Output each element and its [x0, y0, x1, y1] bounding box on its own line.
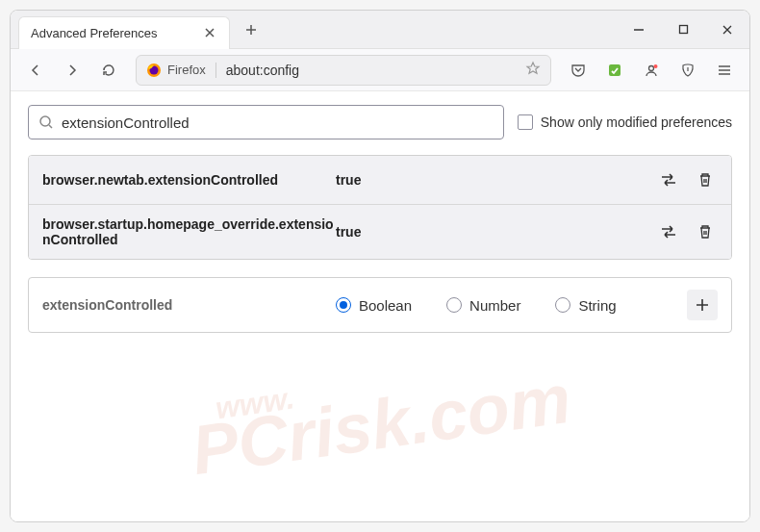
delete-button[interactable]	[693, 219, 718, 244]
pref-name: browser.startup.homepage_override.extens…	[42, 216, 336, 247]
window-controls	[617, 11, 749, 49]
toolbar: Firefox about:config	[11, 49, 749, 91]
svg-rect-0	[679, 26, 687, 34]
extension-icon[interactable]	[599, 55, 630, 86]
svg-point-4	[649, 65, 654, 70]
search-icon	[38, 114, 54, 130]
radio-icon	[555, 297, 570, 313]
firefox-icon	[146, 63, 162, 78]
radio-string[interactable]: String	[555, 297, 616, 314]
checkbox-icon	[518, 114, 533, 130]
toggle-button[interactable]	[656, 167, 681, 192]
new-pref-name: extensionControlled	[42, 297, 336, 313]
urlbar[interactable]: Firefox about:config	[136, 55, 551, 86]
identity-box[interactable]: Firefox	[146, 63, 216, 78]
bookmark-star-icon[interactable]	[525, 61, 541, 80]
shield-icon[interactable]	[672, 55, 703, 86]
account-icon[interactable]	[636, 55, 667, 86]
titlebar: Advanced Preferences	[11, 11, 749, 49]
browser-window: Advanced Preferences Firefox about:confi…	[10, 10, 750, 522]
pocket-icon[interactable]	[563, 55, 594, 86]
new-preference-row: extensionControlled Boolean Number Strin…	[28, 277, 732, 333]
close-tab-icon[interactable]	[202, 25, 217, 40]
delete-button[interactable]	[693, 167, 718, 192]
close-window-button[interactable]	[705, 11, 749, 49]
back-button[interactable]	[20, 55, 51, 86]
search-input[interactable]	[62, 114, 494, 131]
radio-number[interactable]: Number	[446, 297, 520, 314]
pref-value: true	[336, 172, 361, 188]
svg-point-5	[654, 64, 658, 68]
pref-name: browser.newtab.extensionControlled	[42, 172, 336, 188]
reload-button[interactable]	[93, 55, 124, 86]
browser-tab[interactable]: Advanced Preferences	[18, 16, 230, 49]
radio-label: Number	[469, 297, 520, 314]
checkbox-label: Show only modified preferences	[541, 114, 732, 130]
radio-label: Boolean	[359, 297, 412, 314]
svg-point-6	[40, 116, 50, 126]
tab-title: Advanced Preferences	[31, 26, 202, 40]
radio-icon	[446, 297, 462, 313]
add-button[interactable]	[687, 290, 718, 320]
show-modified-checkbox[interactable]: Show only modified preferences	[518, 114, 732, 130]
new-tab-button[interactable]	[238, 16, 265, 43]
radio-icon	[336, 297, 351, 313]
type-radios: Boolean Number String	[336, 297, 617, 314]
pref-value: true	[336, 224, 361, 240]
preferences-list: browser.newtab.extensionControlled true …	[28, 155, 732, 260]
forward-button[interactable]	[57, 55, 88, 86]
content-area: Show only modified preferences browser.n…	[11, 91, 749, 521]
minimize-button[interactable]	[617, 11, 661, 49]
svg-rect-3	[609, 64, 621, 76]
menu-button[interactable]	[709, 55, 740, 86]
radio-label: String	[578, 297, 616, 314]
pref-row: browser.startup.homepage_override.extens…	[29, 204, 731, 259]
url-text: about:config	[226, 63, 525, 78]
toggle-button[interactable]	[656, 219, 681, 244]
identity-label: Firefox	[167, 63, 206, 77]
search-box[interactable]	[28, 105, 504, 139]
maximize-button[interactable]	[661, 11, 705, 49]
radio-boolean[interactable]: Boolean	[336, 297, 412, 314]
search-row: Show only modified preferences	[28, 105, 732, 139]
pref-row: browser.newtab.extensionControlled true	[29, 156, 731, 204]
watermark: www. PCrisk.com	[185, 342, 575, 490]
